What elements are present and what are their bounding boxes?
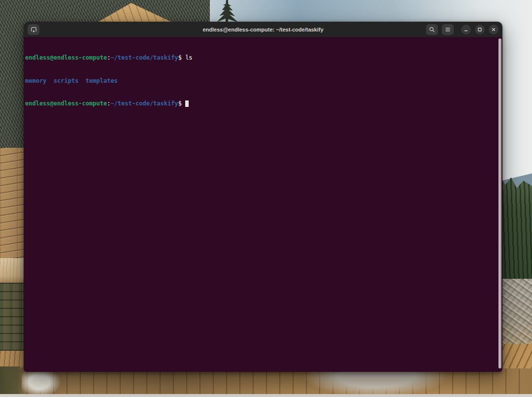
wallpaper-ground (0, 368, 532, 397)
titlebar[interactable]: endless@endless-compute: ~/test-code/tas… (24, 22, 502, 37)
command-text: ls (185, 54, 192, 61)
wallpaper-white-object (22, 369, 61, 397)
search-button[interactable] (426, 24, 438, 35)
titlebar-actions (426, 24, 499, 35)
prompt-user: endless@endless-compute (25, 54, 107, 61)
new-tab-button[interactable] (28, 24, 39, 35)
prompt-symbol: $ (178, 54, 182, 61)
terminal-screen[interactable]: endless@endless-compute:~/test-code/task… (24, 37, 502, 372)
dir-entry: memory (25, 77, 46, 84)
close-icon (491, 27, 497, 33)
minimize-button[interactable] (461, 25, 471, 34)
wallpaper-tree-silhouette (215, 0, 239, 23)
terminal-line-prompt-ls: endless@endless-compute:~/test-code/task… (25, 54, 502, 62)
maximize-icon (477, 27, 483, 33)
prompt-user: endless@endless-compute (25, 100, 107, 107)
terminal-line-output: memoryscriptstemplates (25, 77, 502, 85)
dir-entry: templates (86, 77, 118, 84)
new-tab-icon (30, 26, 37, 33)
wallpaper-foliage (0, 366, 25, 397)
maximize-button[interactable] (475, 25, 485, 34)
terminal-cursor (185, 100, 189, 107)
window-title: endless@endless-compute: ~/test-code/tas… (202, 27, 323, 33)
prompt-path: ~/test-code/taskify (110, 100, 178, 107)
dir-entry: scripts (54, 77, 79, 84)
prompt-symbol: $ (178, 100, 182, 107)
minimize-icon (463, 27, 469, 33)
desktop: endless@endless-compute: ~/test-code/tas… (0, 0, 532, 397)
search-icon (429, 26, 435, 33)
menu-icon (444, 26, 451, 33)
terminal-window: endless@endless-compute: ~/test-code/tas… (24, 22, 502, 372)
close-button[interactable] (489, 25, 499, 34)
terminal-line-prompt-current: endless@endless-compute:~/test-code/task… (25, 100, 502, 108)
menu-button[interactable] (442, 24, 454, 35)
scrollbar[interactable] (499, 38, 501, 368)
screen-bottom-edge (0, 394, 532, 397)
wallpaper-boulder (304, 368, 447, 397)
prompt-path: ~/test-code/taskify (110, 54, 178, 61)
